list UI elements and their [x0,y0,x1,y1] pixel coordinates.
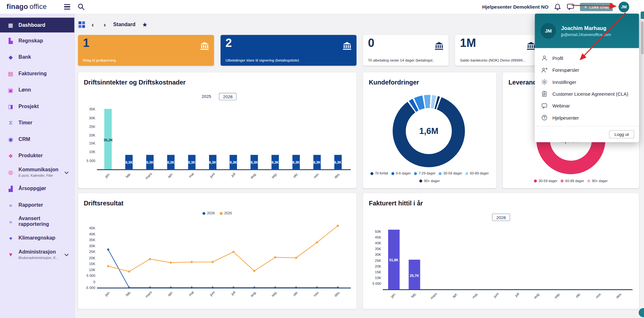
data-point [232,286,235,289]
bar-value-label: 8,3K [184,160,200,164]
legend-til-forfall[interactable]: Til forfall [371,171,388,175]
legend-90-dager[interactable]: 90+ dager [419,179,440,183]
sidebar-item-prosjekt[interactable]: ◨Prosjekt [0,98,74,115]
next-dashboard-icon[interactable]: › [100,21,109,28]
year-button-2025[interactable]: 2025 [198,93,215,100]
kpi-label: Saldo bankkonto (NOK) Demo (99999... [460,58,527,63]
sidebar-item-arsoppgjor[interactable]: ▟Årsoppgjør [0,180,74,197]
chevron-down-icon[interactable] [64,168,69,176]
legend-dot [439,172,442,175]
chevron-down-icon[interactable] [64,251,69,258]
y-axis-tick: 15K [79,142,95,146]
sidebar-item-regnskap[interactable]: ▙Regnskap [0,33,74,49]
vertical-scrollbar[interactable] [641,21,644,54]
menu-icon[interactable] [64,4,70,9]
reports-icon: » [7,202,15,208]
legend-dot [414,172,417,175]
chart-card-driftsresultat: Driftsresultat 2026202545K40K35K30K25K20… [78,193,357,309]
sidebar-nav: ▦Dashboard▙Regnskap◆Bank▤Fakturering▣Løn… [0,14,75,318]
menu-item-foresporsler[interactable]: Forespørsler [535,64,639,76]
kpi-card-til-utbetaling-neste-14-[interactable]: 0Til utbetaling neste 14 dager (betaling… [363,35,448,66]
legend-0-6-dager[interactable]: 0-6 dager [391,171,411,175]
sidebar-item-rapporter[interactable]: »Rapporter [0,197,74,213]
sidebar-item-dashboard[interactable]: ▦Dashboard [0,18,74,32]
legend-label: 30-59 dager [539,179,557,183]
legend-30-59-dager[interactable]: 30-59 dager [534,179,557,183]
year-end-icon: ▟ [7,186,15,192]
legend-2025[interactable]: 2025 [220,211,232,215]
donut-hole: 1,6M [406,108,452,154]
y-axis-tick: 25K [365,258,381,263]
communication-icon: ◎ [7,169,15,175]
close-chat-button[interactable]: × Lukk chat [580,3,613,11]
y-axis-tick: 5 000 [79,274,95,278]
sidebar-item-label: Lønn [18,87,31,93]
app-logo[interactable]: finagooffice [7,3,47,11]
kpi-card-bilag-til-godkjenning[interactable]: 1Bilag til godkjenning [78,35,214,66]
bar-value-label: 8,3K [121,160,137,164]
sidebar-item-klimaregnskap[interactable]: ●Klimaregnskap [0,230,74,246]
legend-90-dager[interactable]: 90+ dager [587,179,608,183]
menu-item-webinar[interactable]: Webinar [535,100,639,112]
sidebar-item-text: Prosjekt [18,103,39,109]
kpi-card-utbetalinger-klare-til-s[interactable]: 2Utbetalinger klare til signering (betal… [221,35,357,66]
sidebar-item-fakturering[interactable]: ▤Fakturering [0,65,74,82]
kpi-value: 1M [460,37,476,50]
menu-item-cla[interactable]: Customer License Agreement (CLA) [535,88,639,100]
legend-2026[interactable]: 2026 [203,211,215,215]
data-point [211,286,214,289]
sidebar-item-crm[interactable]: ◉CRM [0,131,74,148]
data-point [190,261,193,263]
kpi-card-saldo-bankkonto-nok-demo[interactable]: 1MSaldo bankkonto (NOK) Demo (99999... [455,35,540,66]
legend-60-89-dager[interactable]: 60-89 dager [466,171,489,175]
sidebar-item-avansert-rapportering[interactable]: »Avansert rapportering [0,213,74,230]
dashboard-view-name[interactable]: Standard [113,22,135,27]
sidebar-item-text: Timer [18,120,33,126]
y-axis-tick: 45K [365,235,381,240]
bank-icon [343,42,351,50]
y-axis-tick: 15K [79,262,95,266]
data-point [274,286,277,289]
favorite-star-icon[interactable]: ★ [142,21,148,28]
x-axis-label: mars [422,292,438,307]
chat-icon[interactable] [567,3,574,10]
legend-30-59-dager[interactable]: 30-59 dager [439,171,462,175]
sidebar-item-label: CRM [18,136,30,142]
sidebar-item-kommunikasjon[interactable]: ◎KommunikasjonE-post, Kalender, Filer [0,164,74,181]
year-buttons: 2026 [363,214,639,221]
sidebar-item-label: Administrasjon [18,249,58,255]
prev-dashboard-icon[interactable]: ‹ [88,21,97,28]
sidebar-item-label: Kommunikasjon [18,167,58,173]
year-buttons: 20252026 [78,93,357,100]
menu-item-profil[interactable]: Profil [535,52,639,64]
sidebar-item-lonn[interactable]: ▣Lønn [0,82,74,98]
topbar-right-cluster: Hjelpesenter Demoklient NO × Lukk chat J… [482,0,629,14]
user-dropdown-menu: JM Joachim Marhaug jp@email.24sevenoffic… [535,14,639,142]
year-button-2026[interactable]: 2026 [219,93,237,100]
user-menu-footer: Logg ut [535,126,639,142]
series-line-2026 [108,249,338,287]
sidebar-item-timer[interactable]: ⧖Timer [0,115,74,131]
user-identity: Joachim Marhaug jp@email.24sevenoffice.c… [561,25,611,37]
x-axis-label: aug. [525,292,540,307]
year-button-2026[interactable]: 2026 [492,214,510,221]
sidebar-item-administrasjon[interactable]: ▼AdministrasjonBrukeradministrasjon, K..… [0,246,74,263]
legend-60-89-dager[interactable]: 60-89 dager [561,179,584,183]
search-icon[interactable] [77,3,84,10]
notifications-icon[interactable] [554,3,561,11]
logout-button[interactable]: Logg ut [609,130,634,138]
sidebar-item-produkter[interactable]: ❖Produkter [0,147,74,164]
menu-item-hjelpesenter[interactable]: Hjelpesenter [535,112,639,123]
user-avatar[interactable]: JM [619,2,629,12]
chat-widget-edge[interactable] [641,11,644,19]
legend-7-29-dager[interactable]: 7-29 dager [414,171,435,175]
menu-item-innstillinger[interactable]: Innstillinger [535,76,639,88]
x-axis-label: juli [221,290,236,306]
administration-icon: ▼ [7,251,15,257]
account-name[interactable]: Hjelpesenter Demoklient NO [482,4,548,10]
legend-label: 90+ dager [592,179,608,183]
dashboard-grid-icon[interactable] [78,21,85,28]
sidebar-item-bank[interactable]: ◆Bank [0,49,74,65]
bar-value-label: 35,2K [100,138,117,142]
data-point [316,286,318,289]
